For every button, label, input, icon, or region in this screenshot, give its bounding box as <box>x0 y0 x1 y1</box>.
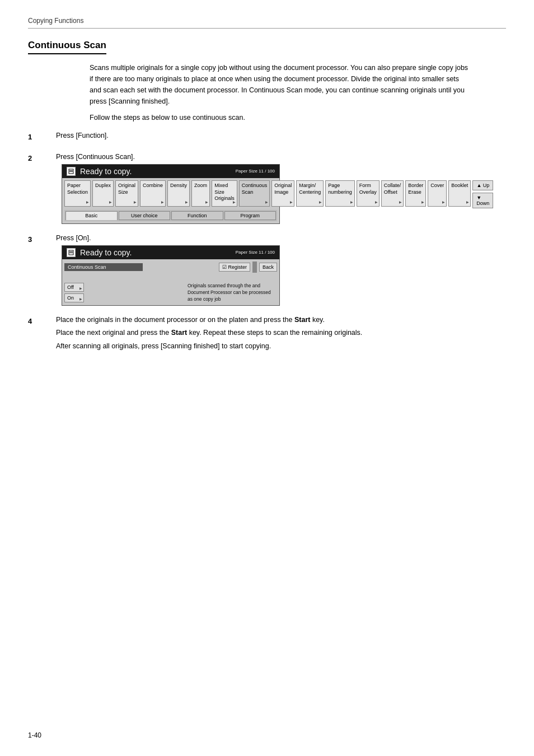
margin-centering-btn[interactable]: Margin/Centering <box>296 180 324 207</box>
copier-panel-2: Ready to copy. Paper Size 11 / 100 Conti… <box>62 245 280 306</box>
step-4: 4 Place the originals in the document pr… <box>28 316 506 354</box>
original-image-btn[interactable]: OriginalImage <box>271 180 294 207</box>
on-btn[interactable]: On <box>64 293 84 302</box>
step-2: 2 Press [Continuous Scan]. Ready to copy… <box>28 153 506 224</box>
panel-1-tabs: Basic User choice Function Program <box>64 210 277 221</box>
mixed-size-btn[interactable]: Mixed SizeOriginals <box>212 180 237 207</box>
cover-btn[interactable]: Cover <box>428 180 447 207</box>
tab-basic[interactable]: Basic <box>65 211 118 220</box>
panel-options: Off On Originals scanned through the and… <box>64 283 277 303</box>
step-3-number: 3 <box>28 234 56 244</box>
paper-selection-btn[interactable]: PaperSelection <box>64 180 91 207</box>
svg-rect-1 <box>69 170 73 171</box>
section-title: Continuous Scan <box>28 40 106 54</box>
breadcrumb: Copying Functions <box>28 17 506 29</box>
collate-offset-btn[interactable]: Collate/Offset <box>381 180 404 207</box>
svg-rect-5 <box>69 253 73 253</box>
register-btn[interactable]: ☑ Register <box>219 263 250 272</box>
step-2-number: 2 <box>28 153 56 162</box>
step-3: 3 Press [On]. Ready to copy. Paper Size … <box>28 234 506 306</box>
off-btn[interactable]: Off <box>64 283 84 292</box>
step-4-sub2: After scanning all originals, press [Sca… <box>56 340 506 352</box>
panel-2-paper-size: Paper Size 11 / 100 <box>236 250 275 255</box>
intro-text: Scans multiple originals for a single co… <box>90 62 470 107</box>
booklet-btn[interactable]: Booklet <box>448 180 471 207</box>
svg-rect-2 <box>69 171 73 172</box>
tab-user-choice[interactable]: User choice <box>119 211 171 220</box>
copier-panel-1: Ready to copy. Paper Size 11 / 100 Paper… <box>62 164 280 224</box>
panel-2-header: Ready to copy. Paper Size 11 / 100 <box>62 246 279 259</box>
continuous-scan-btn[interactable]: ContinuousScan <box>239 180 270 207</box>
panel-1-title: Ready to copy. <box>80 167 132 176</box>
panel-2-title: Ready to copy. <box>80 248 132 257</box>
step-2-text: Press [Continuous Scan]. <box>56 153 506 161</box>
panel-1-header: Ready to copy. Paper Size 11 / 100 <box>62 165 279 178</box>
follow-text: Follow the steps as below to use continu… <box>90 114 506 122</box>
cont-scan-label: Continuous Scan <box>64 263 143 271</box>
panel-1-body: PaperSelection Duplex OriginalSize Combi… <box>62 178 279 223</box>
panel-1-paper-size: Paper Size 11 / 100 <box>236 169 275 174</box>
step-1-text: Press [Function]. <box>56 132 506 139</box>
step-4-sub1: Place the next original and press the St… <box>56 327 506 338</box>
panel-2-icon <box>67 248 76 257</box>
panel-desc: Originals scanned through the and Docume… <box>188 283 277 303</box>
zoom-btn[interactable]: Zoom <box>191 180 210 207</box>
back-btn[interactable]: Back <box>259 263 277 272</box>
original-size-btn[interactable]: OriginalSize <box>115 180 138 207</box>
page-numbering-btn[interactable]: Pagenumbering <box>325 180 355 207</box>
border-erase-btn[interactable]: BorderErase <box>405 180 426 207</box>
form-overlay-btn[interactable]: FormOverlay <box>357 180 380 207</box>
step-3-text: Press [On]. <box>56 234 506 242</box>
tab-function[interactable]: Function <box>171 211 223 220</box>
step-4-number: 4 <box>28 316 56 325</box>
duplex-btn[interactable]: Duplex <box>92 180 114 207</box>
register-icon: ☑ <box>222 264 227 270</box>
arrows-col: ▲ ▲ UpUp ▼ Down <box>472 180 493 208</box>
panel-1-row1: PaperSelection Duplex OriginalSize Combi… <box>64 180 277 208</box>
option-buttons: Off On <box>64 283 84 303</box>
panel-1-icon <box>67 167 76 176</box>
step-1-number: 1 <box>28 132 56 141</box>
panel-2-body: Continuous Scan ☑ Register Back Off <box>62 259 279 305</box>
down-btn[interactable]: ▼ Down <box>472 193 493 208</box>
up-btn[interactable]: ▲ ▲ UpUp <box>472 180 493 190</box>
step-1: 1 Press [Function]. <box>28 132 506 143</box>
page-number: 1-40 <box>28 731 41 739</box>
density-btn[interactable]: Density <box>167 180 190 207</box>
tab-program[interactable]: Program <box>224 211 277 220</box>
svg-rect-4 <box>69 251 73 252</box>
panel-2-top-row: Continuous Scan ☑ Register Back <box>64 262 277 273</box>
step-4-text: Place the originals in the document proc… <box>56 316 506 324</box>
combine-btn[interactable]: Combine <box>140 180 166 207</box>
